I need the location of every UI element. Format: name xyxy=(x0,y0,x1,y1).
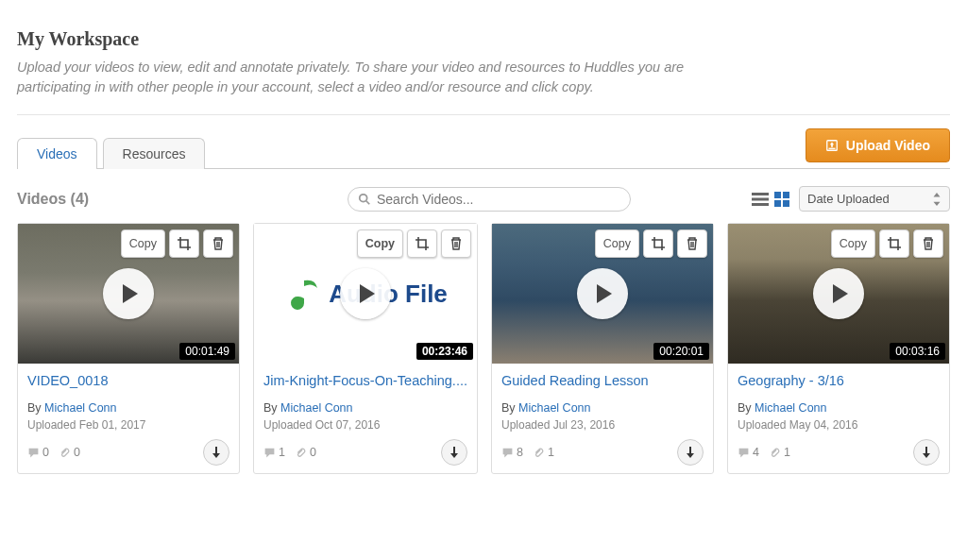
sort-label: Date Uploaded xyxy=(807,192,890,206)
attachment-icon xyxy=(533,447,545,459)
list-icon xyxy=(752,192,769,207)
video-thumbnail[interactable]: Copy 00:20:01 xyxy=(492,224,713,364)
video-meta: 1 0 xyxy=(263,446,316,459)
tab-resources[interactable]: Resources xyxy=(103,138,206,169)
crop-button[interactable] xyxy=(407,229,437,258)
author-link[interactable]: Michael Conn xyxy=(280,401,352,415)
video-title[interactable]: Jim-Knight-Focus-On-Teaching.... xyxy=(263,373,467,388)
svg-rect-10 xyxy=(783,200,789,207)
upload-video-label: Upload Video xyxy=(846,138,930,153)
crop-button[interactable] xyxy=(169,229,199,258)
search-box[interactable] xyxy=(348,187,631,212)
attachments-count[interactable]: 1 xyxy=(533,446,554,459)
svg-rect-4 xyxy=(752,193,769,195)
crop-icon xyxy=(415,236,430,251)
video-thumbnail[interactable]: Copy 00:03:16 xyxy=(728,224,949,364)
video-meta: 8 1 xyxy=(501,446,554,459)
view-grid-button[interactable] xyxy=(774,192,791,207)
crop-button[interactable] xyxy=(879,229,909,258)
comments-count[interactable]: 4 xyxy=(738,446,759,459)
trash-icon xyxy=(921,236,936,251)
video-grid: Copy 00:01:49 VIDEO_0018 By Michael Conn… xyxy=(17,223,950,474)
search-input[interactable] xyxy=(377,192,620,207)
crop-button[interactable] xyxy=(643,229,673,258)
video-uploaded: Uploaded Jul 23, 2016 xyxy=(501,418,704,432)
author-link[interactable]: Michael Conn xyxy=(518,401,590,415)
svg-rect-1 xyxy=(828,148,835,149)
svg-rect-7 xyxy=(774,192,781,198)
video-duration: 00:01:49 xyxy=(179,343,235,360)
upload-icon xyxy=(825,139,839,152)
download-button[interactable] xyxy=(913,439,940,466)
copy-button[interactable]: Copy xyxy=(595,229,639,258)
sort-caret-icon xyxy=(932,193,942,206)
tabs: Videos Resources xyxy=(17,137,205,168)
video-byline: By Michael Conn xyxy=(501,401,704,415)
upload-video-button[interactable]: Upload Video xyxy=(806,128,950,162)
comments-count[interactable]: 8 xyxy=(501,446,523,459)
video-thumbnail[interactable]: Copy 00:01:49 xyxy=(18,224,239,364)
video-byline: By Michael Conn xyxy=(738,401,940,415)
videos-count: Videos (4) xyxy=(17,191,348,208)
svg-point-2 xyxy=(360,194,367,201)
play-icon xyxy=(595,283,614,304)
delete-button[interactable] xyxy=(677,229,707,258)
video-title[interactable]: VIDEO_0018 xyxy=(27,373,229,388)
comment-icon xyxy=(501,447,514,459)
svg-rect-5 xyxy=(752,197,769,200)
video-card: Copy 00:03:16 Geography - 3/16 By Michae… xyxy=(727,223,950,474)
download-button[interactable] xyxy=(203,439,229,466)
download-button[interactable] xyxy=(441,439,467,466)
attachments-count[interactable]: 0 xyxy=(295,446,316,459)
delete-button[interactable] xyxy=(203,229,233,258)
controls-row: Videos (4) Date Uploaded xyxy=(17,169,950,223)
attachment-icon xyxy=(295,447,307,459)
sort-select[interactable]: Date Uploaded xyxy=(799,186,950,212)
page-title: My Workspace xyxy=(17,28,950,50)
delete-button[interactable] xyxy=(913,229,943,258)
video-meta: 0 0 xyxy=(27,446,80,459)
video-uploaded: Uploaded Oct 07, 2016 xyxy=(263,418,467,432)
video-card: Copy 00:20:01 Guided Reading Lesson By M… xyxy=(491,223,714,474)
svg-rect-9 xyxy=(774,200,781,207)
comments-count[interactable]: 1 xyxy=(263,446,285,459)
video-uploaded: Uploaded Feb 01, 2017 xyxy=(27,418,229,432)
copy-button[interactable]: Copy xyxy=(357,229,403,258)
toolbar: Videos Resources Upload Video xyxy=(17,115,950,169)
view-list-button[interactable] xyxy=(752,192,769,207)
video-thumbnail[interactable]: Audio File Copy 00:23:46 xyxy=(254,224,477,364)
attachments-count[interactable]: 1 xyxy=(769,446,790,459)
music-note-icon xyxy=(283,275,321,313)
comment-icon xyxy=(27,447,40,459)
crop-icon xyxy=(651,236,666,251)
play-button[interactable] xyxy=(813,268,864,319)
trash-icon xyxy=(449,236,464,251)
comments-count[interactable]: 0 xyxy=(27,446,49,459)
video-duration: 00:20:01 xyxy=(653,343,709,360)
download-icon xyxy=(685,446,696,459)
author-link[interactable]: Michael Conn xyxy=(755,401,826,415)
download-icon xyxy=(449,446,460,459)
video-title[interactable]: Geography - 3/16 xyxy=(738,373,940,388)
grid-icon xyxy=(774,192,791,207)
trash-icon xyxy=(211,236,226,251)
play-button[interactable] xyxy=(577,268,628,319)
page-header: My Workspace Upload your videos to view,… xyxy=(17,0,950,115)
copy-button[interactable]: Copy xyxy=(121,229,165,258)
author-link[interactable]: Michael Conn xyxy=(44,401,116,415)
delete-button[interactable] xyxy=(441,229,471,258)
svg-rect-8 xyxy=(783,192,789,198)
svg-rect-6 xyxy=(752,203,769,206)
video-title[interactable]: Guided Reading Lesson xyxy=(501,373,704,388)
play-button[interactable] xyxy=(103,268,154,319)
view-toggle xyxy=(752,192,791,207)
play-button[interactable] xyxy=(340,268,391,319)
download-button[interactable] xyxy=(677,439,704,466)
svg-line-3 xyxy=(366,200,370,204)
copy-button[interactable]: Copy xyxy=(831,229,875,258)
video-duration: 00:03:16 xyxy=(890,343,945,360)
attachments-count[interactable]: 0 xyxy=(59,446,80,459)
comment-icon xyxy=(738,447,750,459)
tab-videos[interactable]: Videos xyxy=(17,138,97,169)
crop-icon xyxy=(177,236,192,251)
